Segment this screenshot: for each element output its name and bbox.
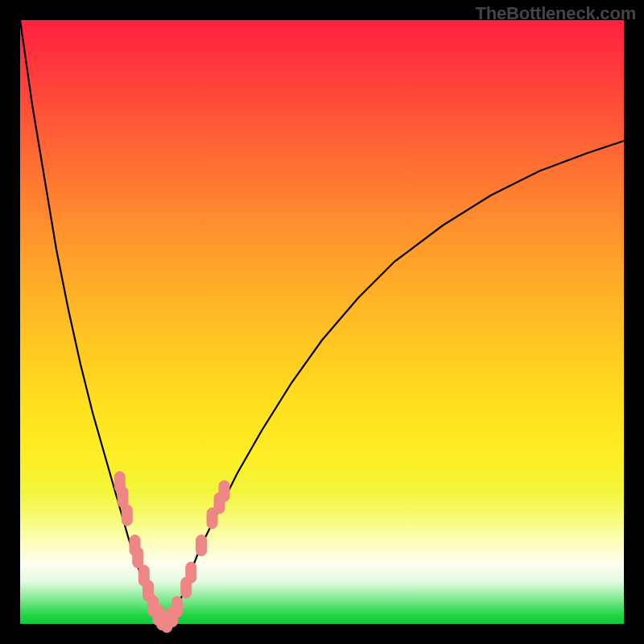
- curve-right: [165, 141, 624, 624]
- data-marker: [122, 505, 132, 526]
- curve-left: [20, 20, 165, 624]
- data-marker: [133, 547, 143, 568]
- data-marker: [219, 481, 229, 502]
- data-marker: [186, 562, 196, 583]
- chart-frame: TheBottleneck.com: [0, 0, 644, 644]
- watermark-text: TheBottleneck.com: [475, 3, 636, 24]
- data-marker: [172, 597, 183, 617]
- plot-background: [20, 20, 624, 624]
- data-marker: [196, 535, 207, 556]
- marker-layer: [114, 472, 229, 633]
- chart-svg: [20, 20, 624, 624]
